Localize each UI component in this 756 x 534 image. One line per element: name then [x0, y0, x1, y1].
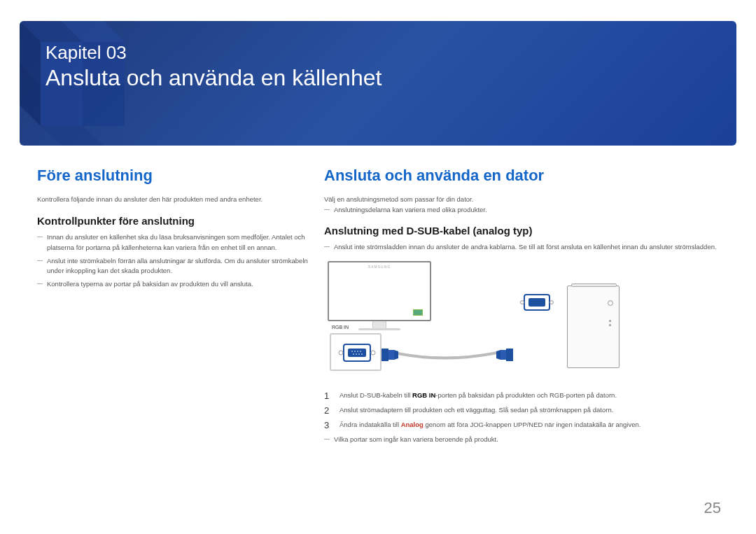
svg-point-29: [521, 300, 524, 304]
svg-point-13: [351, 351, 353, 352]
svg-marker-24: [496, 350, 500, 360]
left-bullet: Kontrollera typerna av portar på baksida…: [37, 279, 309, 289]
svg-rect-26: [506, 349, 513, 361]
svg-point-30: [550, 300, 554, 304]
svg-point-12: [371, 351, 375, 355]
step-text: Ändra indatakälla till Analog genom att …: [340, 420, 640, 429]
left-bullet: Innan du ansluter en källenhet ska du lä…: [37, 232, 309, 253]
monitor-brand: SAMSUNG: [368, 265, 391, 269]
step-text: Anslut D-SUB-kabeln till RGB IN-porten p…: [340, 391, 617, 400]
pc-tower-illustration: [567, 286, 620, 368]
svg-rect-25: [500, 350, 506, 360]
svg-point-19: [358, 353, 360, 355]
right-intro-note: Anslutningsdelarna kan variera med olika…: [324, 205, 721, 214]
rgb-port-box: [330, 333, 382, 371]
page-number: 25: [704, 499, 721, 517]
right-subheading: Anslutning med D-SUB-kabel (analog typ): [324, 225, 721, 237]
svg-rect-21: [382, 349, 388, 361]
chapter-label: Kapitel 03: [46, 42, 382, 64]
cable-illustration: [382, 339, 564, 372]
left-intro: Kontrollera följande innan du ansluter d…: [37, 195, 309, 204]
rgb-in-label: RGB IN: [332, 325, 349, 330]
svg-rect-22: [388, 350, 394, 360]
right-heading: Ansluta och använda en dator: [324, 167, 721, 185]
svg-marker-8: [41, 126, 104, 146]
svg-marker-23: [394, 350, 398, 360]
left-subheading: Kontrollpunkter före anslutning: [37, 215, 309, 227]
connection-diagram: SAMSUNG RGB IN: [324, 258, 625, 384]
pc-vga-port: [520, 293, 554, 312]
right-footnote: Vilka portar som ingår kan variera beroe…: [324, 435, 721, 444]
right-bullet: Anslut inte strömsladden innan du anslut…: [324, 242, 721, 252]
right-intro: Välj en anslutningsmetod som passar för …: [324, 195, 721, 204]
svg-point-15: [357, 351, 358, 352]
left-heading: Före anslutning: [37, 167, 309, 185]
step-row: 2 Anslut strömadaptern till produkten oc…: [324, 405, 721, 416]
svg-rect-10: [348, 349, 366, 357]
svg-point-20: [361, 353, 363, 355]
svg-rect-28: [528, 298, 545, 307]
svg-point-16: [360, 351, 361, 352]
chapter-title: Ansluta och använda en källenhet: [46, 65, 382, 91]
step-row: 3 Ändra indatakälla till Analog genom at…: [324, 420, 721, 430]
svg-point-14: [354, 351, 356, 352]
left-bullet: Anslut inte strömkabeln förrän alla ansl…: [37, 256, 309, 276]
svg-point-18: [356, 353, 357, 355]
step-text: Anslut strömadaptern till produkten och …: [340, 405, 613, 414]
svg-point-17: [353, 353, 354, 355]
svg-point-11: [339, 351, 343, 355]
step-row: 1 Anslut D-SUB-kabeln till RGB IN-porten…: [324, 391, 721, 401]
